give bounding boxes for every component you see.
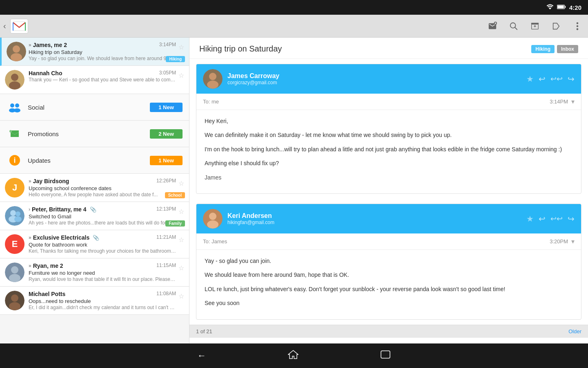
svg-point-11 — [577, 22, 579, 24]
reply-all-button[interactable]: ↩↩ — [550, 74, 563, 83]
email-list-item[interactable]: › Peter, Brittany, me 4 📎 12:13PM Switch… — [0, 202, 189, 230]
avatar: J — [5, 178, 24, 197]
message-sender-info: James Carroway corgicrazy@gmail.com — [227, 72, 526, 85]
label-button[interactable] — [549, 19, 564, 34]
svg-point-18 — [11, 74, 18, 81]
email-sender: » James, me 2 — [29, 42, 67, 48]
email-content: Michael Potts 11:08AM Oops...need to res… — [29, 291, 176, 310]
search-button[interactable] — [506, 19, 521, 34]
avatar — [5, 206, 24, 226]
svg-point-13 — [577, 28, 579, 30]
star-button[interactable]: ☆ — [178, 264, 184, 272]
message-actions: ★ ↩ ↩↩ ↪ — [526, 74, 575, 84]
svg-point-27 — [5, 206, 24, 226]
main-content: » James, me 2 3:14PM Hiking trip on Satu… — [0, 38, 588, 343]
email-tag: Family — [165, 220, 185, 227]
reply-button[interactable]: ↩ — [539, 214, 546, 224]
email-list-item[interactable]: » James, me 2 3:14PM Hiking trip on Satu… — [0, 38, 189, 66]
svg-point-33 — [11, 266, 18, 274]
message-line: LOL re lunch, just bring whatever's easy… — [205, 285, 573, 294]
more-button[interactable] — [570, 19, 585, 34]
message-meta: To: James 3:20PM ▾ — [196, 233, 581, 250]
message-sender-name: James Carroway — [227, 72, 526, 80]
svg-point-37 — [9, 302, 20, 310]
email-message: Keri Andersen hikingfan@gmail.com ★ ↩ ↩↩… — [196, 204, 581, 320]
message-line: See you soon — [205, 298, 573, 307]
svg-point-23 — [14, 108, 20, 112]
star-button[interactable]: ☆ — [178, 236, 184, 244]
category-name: Social — [28, 104, 150, 111]
svg-line-8 — [515, 27, 517, 29]
svg-rect-2 — [557, 5, 564, 8]
status-bar: 4:20 — [0, 0, 588, 15]
message-sender-name: Keri Andersen — [227, 212, 526, 220]
svg-point-31 — [14, 216, 22, 222]
email-tag: Hiking — [166, 56, 185, 62]
updates-icon: i — [7, 152, 23, 168]
toolbar: ‹ — [0, 15, 588, 38]
new-badge: 1 New — [150, 156, 183, 165]
detail-tags: Hiking Inbox — [531, 45, 578, 53]
category-name: Promotions — [28, 130, 150, 137]
to-field: To: James — [203, 238, 227, 245]
star-button[interactable]: ☆ — [178, 208, 184, 215]
email-subject: Hiking trip on Saturday — [29, 49, 176, 55]
svg-point-21 — [15, 103, 19, 108]
email-message: James Carroway corgicrazy@gmail.com ★ ↩ … — [196, 64, 581, 194]
archive-button[interactable] — [528, 19, 542, 34]
reply-all-button[interactable]: ↩↩ — [550, 214, 563, 223]
forward-button[interactable]: ↪ — [568, 74, 575, 84]
email-subject: Oops...need to reschedule — [29, 298, 176, 304]
svg-point-28 — [10, 210, 16, 216]
category-row-updates[interactable]: i Updates 1 New — [0, 147, 189, 174]
email-time: 12:13PM — [156, 206, 176, 212]
email-list-item[interactable]: J » Jay Birdsong 12:26PM Upcoming school… — [0, 174, 189, 202]
expand-button[interactable]: ▾ — [571, 98, 575, 105]
email-subject: Furniture we no longer need — [29, 270, 176, 276]
svg-rect-1 — [565, 6, 566, 8]
forward-button[interactable]: ↪ — [568, 214, 575, 224]
email-sender: » Exclusive Electricals 📎 — [29, 234, 99, 241]
email-content: Hannah Cho 3:05PM Thank you — Keri - so … — [29, 70, 176, 90]
back-nav-button[interactable]: ← — [197, 350, 206, 361]
avatar — [5, 263, 24, 282]
message-line: Yay - so glad you can join. — [205, 256, 573, 265]
email-list-item[interactable]: Michael Potts 11:08AM Oops...need to res… — [0, 287, 189, 315]
email-subject: Switched to Gmail — [29, 213, 176, 220]
star-button[interactable]: ☆ — [178, 180, 184, 187]
message-sender-info: Keri Andersen hikingfan@gmail.com — [227, 212, 526, 225]
star-button[interactable]: ☆ — [178, 43, 184, 51]
email-preview: Hello everyone, A few people have asked … — [29, 192, 176, 197]
pagination: 1 of 21 Older — [189, 325, 588, 338]
recents-nav-button[interactable] — [380, 350, 391, 361]
older-button[interactable]: Older — [568, 328, 581, 334]
message-line: Hey Keri, — [205, 117, 573, 126]
star-button[interactable]: ★ — [526, 74, 534, 84]
message-body: Hey Keri, We can definitely make it on S… — [196, 110, 581, 193]
category-row-promotions[interactable]: Promotions 2 New — [0, 121, 189, 147]
home-nav-button[interactable] — [288, 349, 298, 362]
reply-button[interactable]: ↩ — [539, 74, 546, 84]
email-content: » Ryan, me 2 11:15AM Furniture we no lon… — [29, 263, 176, 282]
email-content: » Exclusive Electricals 📎 11:21AM Quote … — [29, 234, 176, 254]
email-sender: › Peter, Brittany, me 4 📎 — [29, 206, 96, 213]
expand-button[interactable]: ▾ — [571, 238, 575, 245]
category-row-social[interactable]: Social 1 New — [0, 94, 189, 121]
back-button[interactable]: ‹ — [3, 21, 6, 31]
star-button[interactable]: ☆ — [178, 292, 184, 300]
star-button[interactable]: ★ — [526, 214, 534, 224]
message-time: 3:14PM ▾ — [550, 98, 575, 105]
message-header: Keri Andersen hikingfan@gmail.com ★ ↩ ↩↩… — [196, 204, 581, 233]
email-list-item[interactable]: Hannah Cho 3:05PM Thank you — Keri - so … — [0, 66, 189, 94]
wifi-icon — [546, 4, 554, 11]
email-sender: Michael Potts — [29, 291, 65, 297]
svg-point-15 — [13, 45, 20, 53]
compose-button[interactable] — [485, 19, 500, 34]
star-button[interactable]: ☆ — [178, 72, 184, 79]
social-icon — [7, 99, 23, 115]
email-subject: Upcoming school conference dates — [29, 185, 176, 191]
svg-point-16 — [11, 53, 22, 61]
email-list-item[interactable]: » Ryan, me 2 11:15AM Furniture we no lon… — [0, 258, 189, 287]
email-detail: Hiking trip on Saturday Hiking Inbox Jam… — [189, 38, 588, 343]
email-list-item[interactable]: E » Exclusive Electricals 📎 11:21AM Quot… — [0, 230, 189, 258]
